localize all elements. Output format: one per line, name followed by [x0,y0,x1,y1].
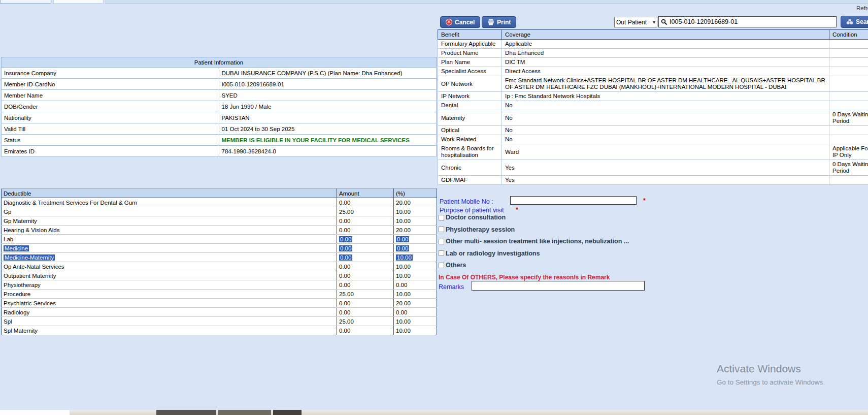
deductible-cell-name: Lab [2,235,337,244]
benefit-cell-condition: 0 Days Waiting Period [829,160,868,176]
checkbox-icon[interactable] [439,250,444,256]
print-button-label: Print [497,19,511,26]
deductible-cell-percent: 10.00 [394,207,437,216]
checkbox-icon[interactable] [439,227,444,232]
deductible-cell-text: 25.00 [339,209,354,215]
benefit-row: GDF/MAFYes [438,176,868,185]
benefit-cell-condition [829,76,868,92]
benefit-cell-condition [829,135,868,144]
binoculars-icon [846,19,853,25]
deductible-header-amount: Amount [337,189,394,198]
benefit-row: OpticalNo [438,126,868,135]
patient-info-row-value: 784-1990-3628424-0 [219,146,437,157]
benefit-header-coverage: Coverage [502,30,829,40]
benefit-row: Product NameDha Enhanced [438,49,868,58]
benefit-cell-coverage: Fmc Standard Network Clinics+ASTER HOSPI… [502,76,829,92]
deductible-cell-amount: 25.00 [337,207,394,216]
deductible-cell-text: Gp [4,209,11,215]
benefit-cell-coverage: No [502,135,829,144]
taskbar-icon-3[interactable] [273,410,302,415]
deductible-cell-percent: 10.00 [394,271,437,280]
print-button[interactable]: Print [482,16,516,28]
taskbar-icon-1[interactable] [156,410,216,415]
benefit-header-condition: Condition [829,30,868,40]
search-button[interactable]: Search [841,16,868,28]
benefit-cell-benefit: Optical [438,126,502,135]
patient-info-row-label: Emirates ID [2,146,219,157]
deductible-cell-text: Lab [4,236,13,242]
benefit-cell-coverage: No [502,110,829,126]
purpose-option[interactable]: Other multi- session treatment like inje… [439,238,629,245]
deductible-table: Deductible Amount (%) Diagnostic & Treat… [1,188,437,335]
benefit-cell-coverage: Direct Access [502,67,829,76]
patient-mobile-input[interactable] [510,196,637,205]
search-icon [661,19,667,25]
patient-mobile-label: Patient Mobile No : [440,198,493,205]
browser-tab-1[interactable] [0,0,51,4]
patient-info-row: DOB/Gender18 Jun 1990 / Male [2,101,437,112]
purpose-option[interactable]: Lab or radiology investigations [439,250,629,257]
benefit-cell-condition: Applicable For IP Only [829,144,868,160]
deductible-cell-percent: 10.00 [394,262,437,271]
deductible-cell-percent: 20.00 [394,299,437,308]
deductible-cell-text: 0.00 [339,227,350,233]
deductible-cell-text: Medicine [4,245,29,251]
patient-info-row-label: Member Name [2,90,219,101]
benefit-cell-coverage: Yes [502,160,829,176]
cancel-button[interactable]: ✕ Cancel [440,16,480,28]
deductible-cell-text: 0.00 [396,245,409,251]
required-asterisk-mobile: * [643,197,646,204]
deductible-row: Radiology0.000.00 [2,308,437,317]
deductible-row: Diagnostic & Treatment Services For Dent… [2,198,437,207]
deductible-cell-percent: 10.00 [394,326,437,335]
member-search-input[interactable]: I005-010-120916689-01 [658,16,837,27]
benefit-cell-condition [829,176,868,185]
checkbox-icon[interactable] [439,239,444,244]
checkbox-icon[interactable] [439,263,444,268]
deductible-cell-percent: 10.00 [394,290,437,299]
patient-info-row-label: Nationality [2,112,219,123]
purpose-option-label: Physiotherapy session [446,226,515,233]
chevron-down-icon: ▾ [653,19,655,25]
benefit-row: MaternityNo0 Days Waiting Period [438,110,868,126]
browser-tab-2[interactable] [53,0,104,4]
benefit-row: ChronicYes0 Days Waiting Period [438,160,868,176]
benefit-row: Rooms & Boards for hospitalisationWardAp… [438,144,868,160]
deductible-cell-name: Medicine-Maternity [2,253,337,262]
taskbar-gap [0,410,70,415]
visit-type-select[interactable]: Out Patient ▾ [614,17,657,27]
deductible-cell-name: Psychiatric Services [2,299,337,308]
benefit-cell-condition [829,126,868,135]
deductible-cell-percent: 0.00 [394,280,437,290]
deductible-cell-percent: 0.00 [394,308,437,317]
deductible-cell-amount: 0.00 [337,271,394,280]
taskbar-icon-2[interactable] [218,410,271,415]
patient-info-row-label: Valid Till [2,123,219,135]
deductible-cell-percent: 0.00 [394,244,437,253]
remarks-input[interactable] [472,281,645,291]
purpose-option[interactable]: Doctor consultation [439,214,629,221]
deductible-cell-text: 0.00 [339,200,350,206]
printer-icon [487,19,494,25]
taskbar-fragment[interactable] [0,410,868,415]
patient-info-row: Emirates ID784-1990-3628424-0 [2,146,437,157]
refresh-link[interactable]: Refresh [856,5,868,11]
purpose-option[interactable]: Physiotherapy session [439,226,629,233]
benefit-cell-benefit: Product Name [438,49,502,58]
deductible-row: Psychiatric Services0.0020.00 [2,299,437,308]
benefit-header-benefit: Benefit [438,30,502,40]
benefit-cell-benefit: Plan Name [438,58,502,67]
purpose-option[interactable]: Others [439,262,629,269]
purpose-option-label: Lab or radiology investigations [446,250,540,257]
deductible-cell-text: 0.00 [396,282,407,288]
deductible-cell-name: Physiotherapy [2,280,337,290]
deductible-cell-text: Spl Maternity [4,328,38,334]
deductible-cell-name: Spl [2,317,337,326]
benefit-row: Work RelatedNo [438,135,868,144]
checkbox-icon[interactable] [439,215,444,220]
deductible-cell-text: 0.00 [339,264,350,270]
benefit-cell-coverage: DIC TM [502,58,829,67]
deductible-cell-text: 10.00 [396,264,411,270]
deductible-cell-text: 20.00 [396,300,411,306]
patient-info-row: StatusMEMBER IS ELIGIBLE IN YOUR FACILIT… [2,135,437,146]
